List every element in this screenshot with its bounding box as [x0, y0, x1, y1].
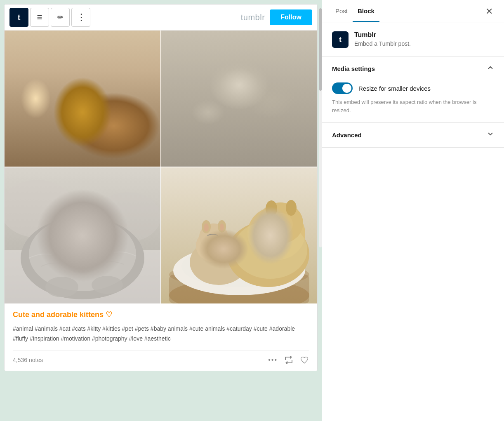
svg-point-14 [91, 77, 97, 83]
right-panel: Post Block ✕ t Tumblr Embed a Tumblr pos… [322, 0, 504, 421]
post-actions: ••• [268, 356, 309, 364]
toolbar-left: t ≡ ✏ ⋮ [9, 8, 90, 27]
svg-point-28 [206, 57, 264, 111]
svg-point-5 [34, 77, 65, 106]
svg-rect-19 [161, 31, 317, 167]
svg-point-46 [92, 276, 123, 294]
svg-point-7 [53, 81, 61, 92]
advanced-label: Advanced [332, 132, 362, 139]
svg-point-34 [214, 59, 222, 72]
repost-button[interactable] [284, 356, 293, 364]
svg-point-44 [79, 246, 84, 250]
menu-button[interactable]: ≡ [30, 8, 49, 27]
edit-button[interactable]: ✏ [51, 8, 70, 27]
advanced-section: Advanced [322, 123, 504, 148]
cat-photo-2 [161, 31, 317, 167]
more-action-button[interactable]: ••• [268, 356, 278, 364]
toolbar-right: tumblr Follow [241, 9, 312, 25]
svg-point-29 [221, 73, 237, 85]
like-button[interactable] [300, 356, 309, 364]
svg-point-22 [207, 117, 222, 142]
svg-point-8 [46, 92, 53, 97]
svg-point-17 [105, 79, 106, 80]
photo-cell-3 [5, 167, 160, 303]
svg-point-57 [218, 220, 226, 233]
left-panel: t ≡ ✏ ⋮ tumblr Follow [0, 0, 322, 421]
svg-point-65 [286, 200, 297, 216]
post-text: Cute and adorable kittens ♡ #animal #ani… [5, 303, 317, 371]
svg-point-3 [16, 92, 91, 150]
svg-point-52 [181, 246, 297, 287]
svg-point-11 [78, 63, 118, 97]
svg-point-13 [103, 61, 113, 76]
tab-block[interactable]: Block [353, 1, 379, 22]
svg-point-62 [233, 221, 307, 279]
embed-toolbar: t ≡ ✏ ⋮ tumblr Follow [5, 5, 317, 31]
svg-point-50 [169, 262, 309, 287]
svg-point-30 [236, 71, 251, 81]
svg-point-9 [58, 78, 148, 148]
settings-description: This embed will preserve its aspect rati… [332, 98, 494, 114]
svg-point-37 [5, 180, 74, 238]
svg-point-32 [210, 54, 225, 75]
svg-point-64 [266, 200, 277, 217]
toggle-slider [332, 82, 353, 94]
svg-rect-47 [161, 167, 317, 303]
scrollbar-track [319, 8, 322, 247]
svg-point-12 [85, 61, 97, 78]
svg-point-43 [60, 227, 101, 264]
resize-toggle[interactable] [332, 82, 353, 94]
advanced-header[interactable]: Advanced [322, 123, 504, 147]
svg-point-31 [232, 86, 238, 91]
tumblr-wordmark: tumblr [241, 13, 265, 22]
tab-post[interactable]: Post [330, 1, 353, 22]
svg-point-23 [222, 113, 236, 142]
notes-count: 4,536 notes [13, 357, 268, 363]
close-panel-button[interactable]: ✕ [483, 5, 496, 18]
media-settings-section: Media settings Resize for smaller device… [322, 56, 504, 123]
svg-point-48 [169, 279, 309, 303]
svg-point-26 [265, 119, 278, 142]
svg-point-38 [95, 192, 160, 242]
svg-point-33 [247, 54, 260, 73]
svg-point-53 [190, 240, 247, 285]
cat-photo-4 [161, 167, 317, 303]
svg-point-56 [202, 220, 211, 233]
panel-tabs: Post Block ✕ [322, 0, 504, 23]
toggle-label: Resize for smaller devices [358, 85, 431, 92]
follow-button[interactable]: Follow [270, 9, 312, 25]
block-description: Embed a Tumblr post. [354, 40, 411, 47]
scrollbar-thumb[interactable] [319, 8, 322, 91]
svg-rect-21 [202, 129, 285, 167]
media-settings-content: Resize for smaller devices This embed wi… [322, 81, 504, 122]
embed-card: t ≡ ✏ ⋮ tumblr Follow [4, 4, 318, 371]
svg-point-35 [250, 59, 257, 71]
svg-point-51 [173, 246, 305, 295]
svg-point-15 [102, 77, 108, 83]
svg-point-63 [258, 202, 303, 244]
photo-cell-1 [5, 31, 160, 167]
svg-point-60 [227, 221, 309, 287]
cat-photo-3 [5, 167, 160, 303]
photo-grid [5, 31, 317, 303]
svg-point-20 [194, 117, 293, 158]
heart-icon [300, 356, 309, 364]
svg-point-41 [29, 217, 136, 291]
svg-point-42 [49, 215, 115, 273]
photo-cell-2 [161, 31, 317, 167]
media-settings-header[interactable]: Media settings [322, 56, 504, 81]
svg-rect-36 [5, 167, 160, 303]
svg-rect-49 [169, 275, 309, 303]
block-name: Tumblr [354, 31, 411, 39]
photo-cell-4 [161, 167, 317, 303]
post-title: Cute and adorable kittens ♡ [13, 310, 309, 319]
svg-rect-0 [5, 31, 160, 167]
svg-point-16 [94, 79, 96, 80]
more-options-button[interactable]: ⋮ [71, 8, 90, 27]
toggle-row: Resize for smaller devices [332, 82, 494, 94]
svg-rect-39 [5, 250, 160, 303]
svg-point-54 [196, 229, 233, 262]
tumblr-logo-button[interactable]: t [9, 8, 28, 27]
svg-point-6 [40, 81, 49, 94]
post-footer: 4,536 notes ••• [13, 350, 309, 364]
